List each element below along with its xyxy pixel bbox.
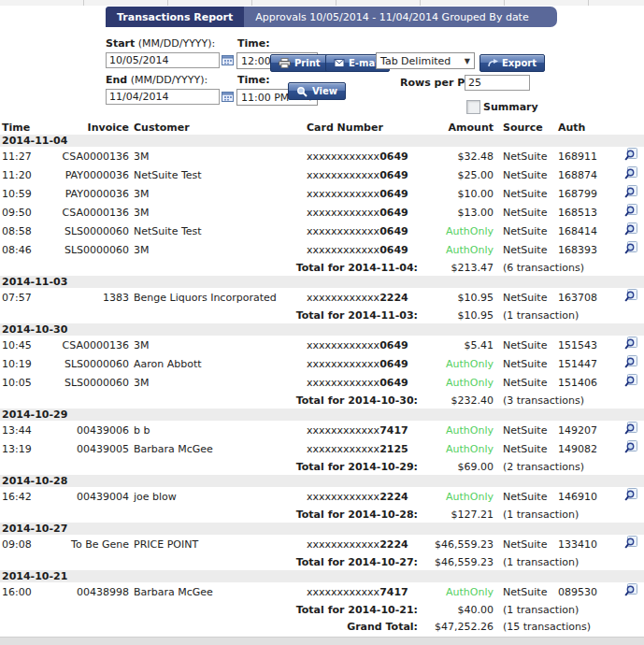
top-tab-strip	[0, 0, 644, 7]
group-total-count: (1 transaction)	[494, 307, 644, 323]
group-total-row: Total for 2014-11-03:$10.95(1 transactio…	[0, 307, 644, 323]
group-total-row: Total for 2014-10-21:$40.00(1 transactio…	[0, 601, 644, 618]
print-button[interactable]: Print	[270, 54, 329, 72]
col-header-card-number: Card Number	[307, 120, 428, 135]
group-date: 2014-10-27	[0, 523, 644, 535]
group-total-amount: $40.00	[428, 601, 494, 618]
export-format-select[interactable]: Tab Delimited ▼	[376, 52, 475, 69]
card-number-cell: xxxxxxxxxxxx0649	[307, 222, 428, 240]
printer-icon	[279, 58, 291, 68]
group-total-label: Total for 2014-10-21:	[0, 601, 428, 618]
group-header-row: 2014-11-04	[0, 135, 644, 147]
calendar-icon[interactable]	[222, 91, 234, 102]
transactions-table: Time Invoice Customer Card Number Amount…	[0, 120, 644, 635]
group-total-amount: $213.47	[428, 259, 494, 276]
source-cell: NetSuite	[494, 240, 558, 259]
start-label-bold: Start	[106, 37, 135, 50]
group-total-count: (6 transactions)	[494, 259, 644, 276]
card-last4: 0649	[379, 207, 408, 219]
view-icon-cell	[617, 373, 644, 392]
view-transaction-icon[interactable]	[623, 204, 638, 218]
export-icon	[488, 59, 498, 67]
card-number-cell: xxxxxxxxxxxx0649	[307, 147, 428, 165]
group-date: 2014-10-21	[0, 570, 644, 582]
view-transaction-icon[interactable]	[623, 337, 638, 351]
start-date-input[interactable]	[106, 52, 220, 68]
card-mask: xxxxxxxxxxxx	[307, 491, 379, 503]
card-mask: xxxxxxxxxxxx	[307, 358, 379, 370]
rows-per-page-input[interactable]	[465, 75, 530, 91]
end-time-value: 11:00 PM	[241, 92, 289, 104]
summary-checkbox[interactable]	[466, 100, 480, 114]
view-button[interactable]: View	[288, 82, 346, 100]
transaction-row: 08:58SLS0000060NetSuite Testxxxxxxxxxxxx…	[0, 222, 644, 240]
source-cell: NetSuite	[494, 288, 558, 307]
group-total-count: (1 transaction)	[494, 553, 644, 570]
group-total-label: Total for 2014-10-30:	[0, 392, 428, 408]
invoice-cell: 00438998	[56, 582, 129, 601]
view-icon-cell	[617, 439, 644, 458]
group-total-count: (1 transaction)	[494, 601, 644, 618]
time-cell: 10:45	[0, 336, 56, 354]
start-label-format: (MM/DD/YYYY):	[138, 37, 216, 50]
view-transaction-icon[interactable]	[623, 185, 638, 199]
group-total-row: Total for 2014-10-30:$232.40(3 transacti…	[0, 392, 644, 408]
view-icon-cell	[617, 487, 644, 506]
group-header-row: 2014-10-27	[0, 523, 644, 535]
view-transaction-icon[interactable]	[623, 289, 638, 303]
invoice-cell: SLS0000060	[56, 240, 129, 259]
customer-cell: PRICE POINT	[129, 535, 307, 553]
time-cell: 10:59	[0, 184, 56, 203]
start-date-label: Start (MM/DD/YYYY):	[106, 37, 215, 50]
amount-cell: $10.00	[428, 184, 494, 203]
view-transaction-icon[interactable]	[623, 355, 638, 369]
view-transaction-icon[interactable]	[623, 583, 638, 597]
view-transaction-icon[interactable]	[623, 374, 638, 388]
view-transaction-icon[interactable]	[623, 536, 638, 550]
view-transaction-icon[interactable]	[623, 440, 638, 454]
card-mask: xxxxxxxxxxxx	[307, 188, 379, 200]
calendar-icon[interactable]	[222, 54, 234, 65]
view-icon-cell	[617, 184, 644, 203]
invoice-cell: SLS0000060	[56, 354, 129, 373]
amount-cell: AuthOnly	[428, 222, 494, 240]
view-transaction-icon[interactable]	[623, 422, 638, 436]
invoice-cell: 00439006	[56, 421, 129, 439]
source-cell: NetSuite	[494, 336, 558, 354]
email-icon	[334, 58, 345, 68]
view-transaction-icon[interactable]	[623, 222, 638, 236]
view-transaction-icon[interactable]	[623, 166, 638, 180]
card-last4: 2224	[379, 292, 408, 304]
export-button[interactable]: Export	[479, 54, 545, 72]
view-icon-cell	[617, 336, 644, 354]
amount-cell: AuthOnly	[428, 354, 494, 373]
source-cell: NetSuite	[494, 582, 558, 601]
time-cell: 16:00	[0, 582, 56, 601]
end-date-input[interactable]	[106, 89, 220, 105]
col-header-customer: Customer	[129, 120, 307, 135]
col-header-amount: Amount	[428, 120, 494, 135]
time-cell: 09:08	[0, 535, 56, 553]
view-icon-cell	[617, 582, 644, 601]
group-total-label: Total for 2014-10-27:	[0, 553, 428, 570]
source-cell: NetSuite	[494, 421, 558, 439]
auth-cell: 168414	[558, 222, 617, 240]
view-transaction-icon[interactable]	[623, 241, 638, 255]
view-transaction-icon[interactable]	[623, 148, 638, 162]
source-cell: NetSuite	[494, 222, 558, 240]
card-last4: 0649	[379, 225, 408, 237]
auth-cell: 149207	[558, 421, 617, 439]
source-cell: NetSuite	[494, 439, 558, 458]
col-header-actions	[617, 120, 644, 135]
group-total-amount: $69.00	[428, 458, 494, 475]
auth-cell: 168799	[558, 184, 617, 203]
group-header-row: 2014-10-29	[0, 408, 644, 421]
card-mask: xxxxxxxxxxxx	[307, 443, 379, 455]
end-label-bold: End	[106, 74, 127, 86]
card-mask: xxxxxxxxxxxx	[307, 150, 379, 163]
transaction-row: 13:4400439006b bxxxxxxxxxxxx7417AuthOnly…	[0, 421, 644, 439]
group-date: 2014-11-04	[0, 135, 644, 147]
amount-cell: $46,559.23	[428, 535, 494, 553]
source-cell: NetSuite	[494, 203, 558, 222]
view-transaction-icon[interactable]	[623, 488, 638, 502]
